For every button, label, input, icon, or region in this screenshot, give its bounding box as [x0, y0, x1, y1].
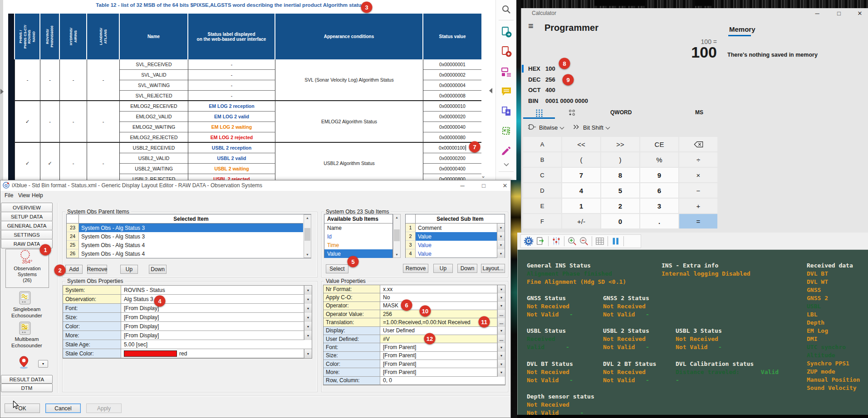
calc-key-×[interactable]: × — [679, 168, 717, 182]
export-pdf-icon[interactable] — [500, 26, 512, 38]
selected-sub-item-row[interactable]: Value — [416, 241, 497, 249]
calc-key-8[interactable]: 8 — [601, 168, 639, 182]
word-size-button[interactable]: QWORD — [610, 109, 632, 116]
calc-key-backspace[interactable] — [679, 137, 717, 151]
combo-arrow-button[interactable]: ▼ — [497, 249, 505, 258]
calc-key-+[interactable]: + — [679, 199, 717, 213]
bitshift-menu-button[interactable]: Bit Shift — [573, 124, 609, 131]
memory-store-button[interactable]: MS — [695, 109, 703, 116]
obs-property-value[interactable]: ROVINS - Status — [121, 286, 304, 295]
create-pdf-icon[interactable] — [500, 46, 512, 58]
apply-button[interactable]: Apply — [86, 403, 122, 413]
calc-key-7[interactable]: 7 — [562, 168, 600, 182]
calc-key-.[interactable]: . — [640, 214, 678, 228]
available-sub-item-row[interactable]: Time — [324, 241, 392, 249]
calc-key-÷[interactable]: ÷ — [679, 152, 717, 167]
scrollbar-thumb[interactable] — [394, 229, 400, 241]
calc-key-B[interactable]: B — [523, 152, 561, 167]
zoom-in-icon[interactable] — [566, 236, 578, 247]
calc-key-−[interactable]: − — [679, 183, 717, 198]
obs-property-value[interactable]: 5.00 [sec] — [121, 340, 312, 349]
combo-arrow-button[interactable]: ▼ — [304, 349, 312, 358]
value-property-value[interactable]: [From Parent] — [380, 352, 497, 360]
obs-property-value[interactable]: [From Display] — [121, 313, 304, 322]
obs-property-value[interactable]: [From Display] — [121, 304, 304, 313]
combine-files-icon[interactable] — [500, 106, 512, 117]
hamburger-menu-icon[interactable]: ≡ — [528, 21, 534, 31]
obs-property-value[interactable]: red — [121, 349, 304, 358]
calc-key-CE[interactable]: CE — [640, 137, 678, 151]
scrollbar-down-arrow[interactable]: ▼ — [304, 251, 311, 258]
calc-key-A[interactable]: A — [523, 137, 561, 151]
combo-arrow-button[interactable]: ▼ — [497, 302, 505, 310]
calc-key-F[interactable]: F — [523, 214, 561, 228]
menu-item-help[interactable]: Help — [32, 192, 43, 199]
calc-key-1[interactable]: 1 — [562, 199, 600, 213]
ellipsis-button[interactable]: ... — [497, 335, 505, 343]
layout-grid-icon[interactable] — [594, 236, 606, 247]
singlebeam-echosounder-icon[interactable] — [19, 291, 31, 305]
scrollbar-thumb[interactable] — [304, 228, 310, 241]
menu-item-view[interactable]: View — [18, 192, 30, 199]
value-property-value[interactable]: No — [380, 293, 497, 301]
calc-key-D[interactable]: D — [523, 183, 561, 198]
obs-property-value[interactable]: [From Display] — [121, 331, 304, 340]
zoom-out-icon[interactable] — [578, 236, 590, 247]
value-property-value[interactable]: 0, 0 — [380, 377, 505, 385]
value-property-value[interactable]: [From Parent] — [380, 368, 497, 376]
sidebar-tab-overview[interactable]: OVERVIEW — [1, 203, 53, 212]
radix-row-bin[interactable]: BIN0001 0000 0000 — [522, 96, 717, 106]
bitwise-menu-button[interactable]: Bitwise — [528, 124, 564, 131]
value-property-value[interactable]: 256 — [380, 310, 497, 318]
comment-icon[interactable] — [500, 86, 512, 97]
scrollbar-down-arrow[interactable]: ▼ — [393, 251, 401, 258]
calc-key-9[interactable]: 9 — [640, 168, 678, 182]
value-property-value[interactable]: [From Parent] — [380, 343, 497, 351]
pin-dropdown-button[interactable]: ▾ — [38, 360, 48, 368]
radix-row-hex[interactable]: HEX100 — [522, 64, 717, 74]
value-property-value[interactable]: User Defined — [380, 327, 497, 335]
combo-arrow-button[interactable]: ▼ — [304, 313, 312, 322]
ellipsis-button[interactable]: ... — [497, 310, 505, 318]
combo-arrow-button[interactable]: ▼ — [497, 360, 505, 368]
calc-key-%[interactable]: % — [640, 152, 678, 167]
calc-key-([interactable]: ( — [562, 152, 600, 167]
combo-arrow-button[interactable]: ▼ — [304, 322, 312, 331]
obs-property-value[interactable]: [From Display] — [121, 322, 304, 331]
combo-arrow-button[interactable]: ▼ — [497, 293, 505, 301]
layout-sub-button[interactable]: Layout... — [481, 264, 505, 273]
pdf-scrollbar-down-icon[interactable]: ⌄ — [481, 173, 485, 179]
combo-arrow-button[interactable]: ▼ — [304, 331, 312, 340]
radix-row-dec[interactable]: DEC256 — [522, 75, 717, 85]
value-property-value[interactable]: x.xx — [380, 285, 497, 293]
parent-list-row[interactable]: System Obs - Alg Status 4 — [79, 241, 303, 249]
calc-key-=[interactable]: = — [679, 214, 717, 228]
down-parent-button[interactable]: Down — [149, 265, 167, 274]
parent-list-row[interactable]: System Obs - Alg Status 4 — [79, 249, 303, 258]
dialog-maximize-button[interactable]: □ — [479, 181, 489, 190]
calc-key->>[interactable]: >> — [601, 137, 639, 151]
menu-item-file[interactable]: File — [5, 192, 13, 199]
selected-sub-item-row[interactable]: Comment — [416, 224, 497, 232]
calc-key-4[interactable]: 4 — [562, 183, 600, 198]
fill-sign-icon[interactable] — [500, 145, 512, 156]
combo-arrow-button[interactable]: ▼ — [497, 285, 505, 293]
right-pane-collapse-arrow-icon[interactable] — [489, 88, 492, 93]
combo-arrow-button[interactable]: ▼ — [304, 295, 312, 304]
ellipsis-button[interactable]: ... — [497, 318, 505, 326]
obs-property-value[interactable]: Alg Status 3 — [121, 295, 304, 304]
combo-arrow-button[interactable]: ▼ — [497, 232, 505, 241]
crop-pages-icon[interactable] — [500, 125, 512, 137]
calc-key-C[interactable]: C — [523, 168, 561, 182]
select-button[interactable]: Select — [326, 264, 348, 273]
pause-icon[interactable] — [610, 236, 622, 247]
search-icon[interactable] — [500, 4, 512, 15]
calc-key-2[interactable]: 2 — [601, 199, 639, 213]
organize-pages-icon[interactable] — [500, 66, 512, 78]
radix-row-oct[interactable]: OCT400 — [522, 85, 717, 95]
combo-arrow-button[interactable]: ▼ — [497, 368, 505, 376]
available-sub-item-row[interactable]: Name — [324, 224, 392, 232]
sidebar-tab-dtm[interactable]: DTM — [1, 384, 53, 392]
dialog-minimize-button[interactable]: ─ — [457, 181, 467, 190]
sidebar-tab-settings[interactable]: SETTINGS — [1, 230, 53, 239]
